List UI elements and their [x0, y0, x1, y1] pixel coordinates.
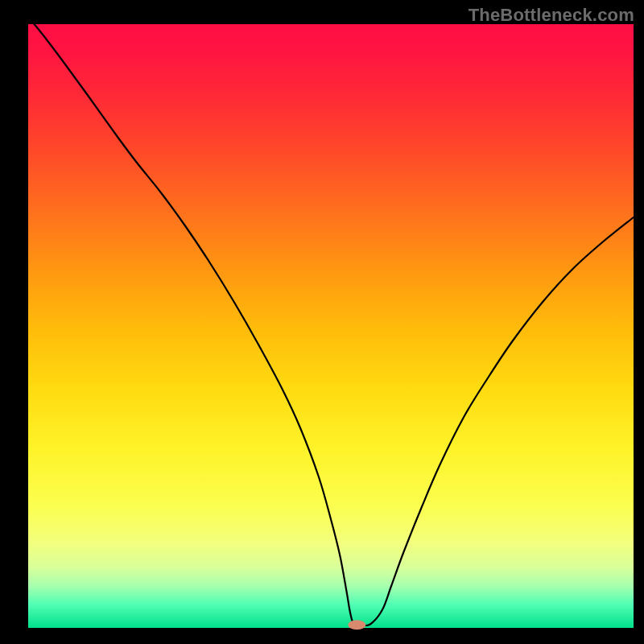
- bottleneck-chart: [0, 0, 644, 644]
- plot-background: [28, 24, 634, 628]
- chart-container: TheBottleneck.com: [0, 0, 644, 644]
- optimal-marker: [348, 620, 365, 630]
- watermark-text: TheBottleneck.com: [469, 5, 634, 26]
